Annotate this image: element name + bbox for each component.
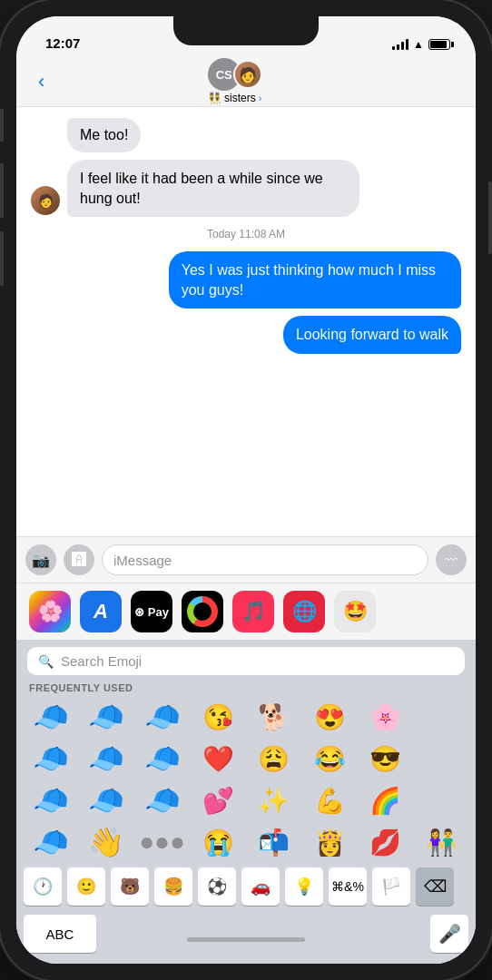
- bubble-received: I feel like it had been a while since we…: [67, 160, 359, 217]
- bubble-me-too: Me too!: [67, 118, 141, 152]
- app-store-button[interactable]: 🅰: [64, 544, 94, 575]
- camera-button[interactable]: 📷: [25, 544, 56, 575]
- input-bar: 📷 🅰 iMessage 〰: [16, 536, 476, 583]
- emoji-mailbox[interactable]: 📬: [247, 822, 301, 862]
- volume-down-button[interactable]: [0, 231, 4, 286]
- emoji-sparkles[interactable]: ✨: [247, 780, 301, 820]
- emoji-princess[interactable]: 👸: [303, 822, 358, 862]
- message-timestamp: Today 11:08 AM: [31, 228, 461, 240]
- emoji-heart-red[interactable]: ❤️: [192, 739, 246, 779]
- animal-icon: 🐻: [120, 877, 140, 897]
- sports-icon: ⚽: [207, 877, 227, 897]
- app-strip: 🌸 A ⊛ Pay 🎵 🌐 🤩: [16, 583, 476, 640]
- phone-screen: 12:07 ▲ ‹ CS: [16, 16, 476, 964]
- objects-button[interactable]: 💡: [285, 867, 323, 906]
- notch: [173, 16, 319, 45]
- emoji-search-placeholder: Search Emoji: [61, 653, 142, 669]
- food-button[interactable]: 🍔: [154, 867, 192, 906]
- message-row: 🧑 I feel like it had been a while since …: [31, 160, 461, 217]
- keyboard-bottom-row: 🕐 🙂 🐻 🍔 ⚽ 🚗 💡: [16, 862, 476, 913]
- waveform-icon: 〰: [445, 553, 458, 567]
- message-input[interactable]: iMessage: [102, 544, 428, 575]
- emoji-sunglasses[interactable]: 😎: [359, 739, 413, 779]
- smiley-icon: 🙂: [76, 877, 96, 897]
- activity-icon[interactable]: [182, 591, 223, 632]
- volume-up-button[interactable]: [0, 163, 4, 218]
- emoji-two-hearts[interactable]: 💕: [192, 780, 246, 820]
- transport-icon: 🚗: [251, 877, 271, 897]
- apple-pay-icon[interactable]: ⊛ Pay: [131, 591, 172, 632]
- photos-app-icon[interactable]: 🌸: [29, 591, 71, 632]
- emoji-memoji-5[interactable]: 🧢: [80, 739, 134, 779]
- browser-icon[interactable]: 🌐: [283, 591, 325, 632]
- delete-icon: ⌫: [424, 877, 447, 897]
- music-icon[interactable]: 🎵: [232, 591, 274, 632]
- emoji-muscle[interactable]: 💪: [303, 780, 358, 820]
- emoji-memoji-1[interactable]: 🧢: [24, 697, 78, 737]
- voice-button[interactable]: 〰: [436, 544, 467, 575]
- memoji-icon[interactable]: 🤩: [334, 591, 376, 632]
- emoji-kissing[interactable]: 😘: [192, 697, 246, 737]
- smiley-button[interactable]: 🙂: [67, 867, 105, 906]
- power-button[interactable]: [488, 181, 492, 254]
- flags-icon: 🏳️: [381, 877, 401, 897]
- microphone-button[interactable]: 🎤: [430, 915, 468, 953]
- emoji-sob[interactable]: 😭: [192, 822, 246, 862]
- symbols-icon: ⌘&%: [331, 879, 364, 894]
- frequently-used-label: FREQUENTLY USED: [16, 681, 476, 697]
- avatar-photo: 🧑: [233, 60, 262, 89]
- clock-button[interactable]: 🕐: [24, 867, 62, 906]
- search-icon: 🔍: [38, 654, 54, 669]
- emoji-weary[interactable]: 😩: [247, 739, 301, 779]
- mute-button[interactable]: [0, 109, 4, 142]
- messages-area[interactable]: Me too! 🧑 I feel like it had been a whil…: [16, 107, 476, 536]
- nav-avatars: CS 🧑: [208, 58, 262, 91]
- message-row-sent2: Looking forward to walk: [31, 316, 461, 354]
- emoji-memoji-3[interactable]: 🧢: [135, 697, 190, 737]
- delete-button[interactable]: ⌫: [416, 867, 454, 906]
- emoji-memoji-10[interactable]: 🧢: [24, 822, 78, 862]
- emoji-memoji-7[interactable]: 🧢: [24, 780, 78, 820]
- navigation-bar: ‹ CS 🧑 👯 sisters ›: [16, 56, 476, 107]
- emoji-keyboard: 🔍 Search Emoji FREQUENTLY USED 🧢 🧢 🧢 😘 🐕…: [16, 640, 476, 964]
- appstore-icon: 🅰: [72, 552, 86, 568]
- bubble-sent1: Yes I was just thinking how much I miss …: [169, 251, 461, 309]
- emoji-dog[interactable]: 🐕: [247, 697, 301, 737]
- animal-button[interactable]: 🐻: [111, 867, 149, 906]
- phone-frame: 12:07 ▲ ‹ CS: [0, 0, 492, 980]
- abc-button[interactable]: ABC: [24, 915, 96, 953]
- emoji-dots-more[interactable]: ●●●: [135, 822, 190, 862]
- transport-button[interactable]: 🚗: [241, 867, 280, 906]
- message-me-too: Me too!: [31, 118, 461, 152]
- group-name: 👯 sisters ›: [208, 92, 261, 104]
- input-placeholder: iMessage: [113, 553, 172, 568]
- emoji-memoji-6[interactable]: 🧢: [135, 739, 190, 779]
- emoji-search-bar[interactable]: 🔍 Search Emoji: [27, 647, 465, 675]
- back-button[interactable]: ‹: [31, 66, 52, 97]
- emoji-memoji-9[interactable]: 🧢: [135, 780, 190, 820]
- emoji-grid: 🧢 🧢 🧢 😘 🐕 😍 🌸 🧢 🧢 🧢 ❤️ 😩 😂 😎 🧢: [16, 697, 476, 862]
- emoji-memoji-4[interactable]: 🧢: [24, 739, 78, 779]
- signal-icon: [392, 39, 408, 50]
- emoji-laugh-cry[interactable]: 😂: [303, 739, 358, 779]
- sports-button[interactable]: ⚽: [198, 867, 236, 906]
- emoji-empty2: [415, 739, 469, 779]
- food-icon: 🍔: [163, 877, 183, 897]
- emoji-flower[interactable]: 🌸: [359, 697, 413, 737]
- emoji-wave[interactable]: 👋: [80, 822, 134, 862]
- clock-icon: 🕐: [33, 877, 53, 897]
- nav-center[interactable]: CS 🧑 👯 sisters ›: [52, 58, 418, 104]
- symbols-button[interactable]: ⌘&%: [329, 867, 367, 906]
- appstore-app-icon[interactable]: A: [80, 591, 122, 632]
- wifi-icon: ▲: [413, 38, 424, 51]
- emoji-heart-eyes[interactable]: 😍: [303, 697, 358, 737]
- emoji-memoji-2[interactable]: 🧢: [80, 697, 134, 737]
- bubble-sent2: Looking forward to walk: [283, 316, 461, 354]
- emoji-lips[interactable]: 💋: [359, 822, 413, 862]
- emoji-memoji-8[interactable]: 🧢: [80, 780, 134, 820]
- battery-icon: [428, 39, 450, 50]
- emoji-rainbow[interactable]: 🌈: [359, 780, 413, 820]
- flags-button[interactable]: 🏳️: [372, 867, 410, 906]
- emoji-empty3: [415, 780, 469, 820]
- emoji-couple[interactable]: 👫: [415, 822, 469, 862]
